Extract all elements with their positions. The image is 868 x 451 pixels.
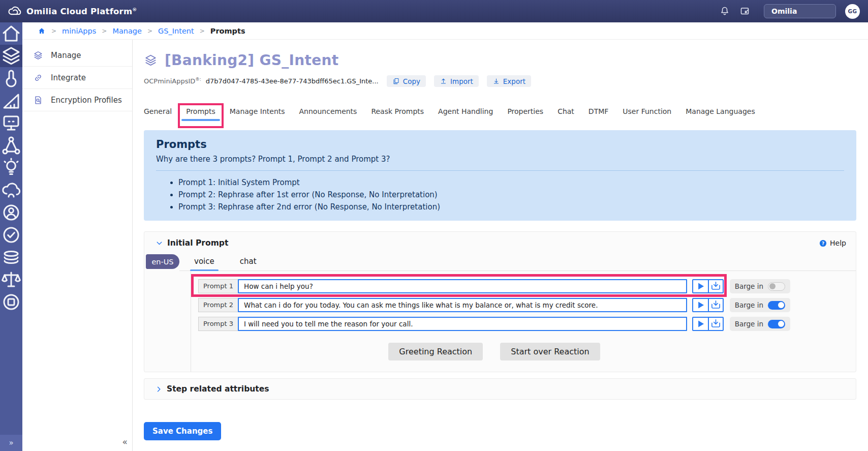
prompt-audio-buttons: [692, 317, 724, 331]
sidebar-item-integrate[interactable]: Integrate: [22, 67, 132, 89]
help-link[interactable]: ? Help: [819, 239, 846, 248]
breadcrumb-current: Prompts: [210, 27, 245, 35]
rail-tray-stack-icon[interactable]: [0, 246, 22, 268]
tab-user-function[interactable]: User Function: [623, 107, 671, 121]
breadcrumb-link-gs_intent[interactable]: GS_Intent: [158, 27, 194, 35]
rail-bulb-icon[interactable]: [0, 157, 22, 179]
omilia-cloud-logo-icon: [7, 4, 22, 19]
tab-announcements[interactable]: Announcements: [299, 107, 357, 121]
play-icon[interactable]: [693, 299, 708, 311]
save-changes-button[interactable]: Save Changes: [144, 422, 221, 440]
prompt-input-2[interactable]: [238, 298, 687, 312]
info-bullet: Prompt 1: Initial System Prompt: [178, 178, 844, 187]
prompt-label: Prompt 3: [198, 317, 238, 331]
barge-in-toggle-1[interactable]: [768, 282, 785, 291]
sidebar-item-label: Integrate: [51, 73, 86, 82]
export-button[interactable]: Export: [487, 75, 531, 87]
play-icon[interactable]: [693, 280, 708, 292]
layers-icon: [33, 50, 43, 61]
prompt-audio-buttons: [692, 279, 724, 293]
tab-manage-intents[interactable]: Manage Intents: [230, 107, 285, 121]
channel-tab-voice[interactable]: voice: [193, 254, 215, 270]
language-gutter: [144, 271, 191, 372]
rail-layers-icon[interactable]: [0, 45, 22, 67]
rail-scales-icon[interactable]: [0, 268, 22, 291]
greeting-reaction-button[interactable]: Greeting Reaction: [388, 343, 483, 360]
initial-prompt-header[interactable]: Initial Prompt ? Help: [144, 232, 856, 253]
tab-agent-handling[interactable]: Agent Handling: [438, 107, 493, 121]
rail-gear-user-icon[interactable]: [0, 201, 22, 224]
miniapp-layers-icon: [144, 53, 158, 67]
icon-rail: »: [0, 22, 22, 451]
sidebar-collapse-button[interactable]: «: [122, 437, 128, 447]
prompts-info-panel: Prompts Why are there 3 prompts? Prompt …: [144, 130, 856, 221]
barge-in-group: Barge in: [730, 279, 790, 293]
tab-chat[interactable]: Chat: [557, 107, 574, 121]
step-attributes-header[interactable]: Step related attributes: [144, 378, 856, 400]
rail-expand-button[interactable]: »: [0, 435, 22, 451]
sidebar-item-manage[interactable]: Manage: [22, 44, 132, 67]
rail-home-icon[interactable]: [0, 22, 22, 45]
info-panel-subtitle: Why are there 3 prompts? Prompt 1, Promp…: [156, 155, 844, 164]
notifications-bell-icon[interactable]: [719, 6, 730, 17]
download-icon[interactable]: [708, 299, 723, 311]
channel-tabs: voicechat: [179, 254, 856, 271]
avatar[interactable]: GG: [845, 4, 860, 19]
rail-gear-check-icon[interactable]: [0, 224, 22, 246]
sidebar-item-encryption-profiles[interactable]: Encryption Profiles: [22, 89, 132, 111]
copy-button[interactable]: Copy: [387, 75, 426, 87]
info-bullet: Prompt 3: Rephrase after 2nd error (No R…: [178, 202, 844, 212]
breadcrumb-separator: >: [51, 27, 56, 35]
reaction-buttons: Greeting ReactionStart over Reaction: [198, 336, 790, 372]
chevron-down-icon: [155, 239, 164, 248]
miniapp-id-label: OCPminiAppsID®:: [144, 77, 201, 85]
rail-cloud-agent-icon[interactable]: [0, 179, 22, 201]
channel-tab-chat[interactable]: chat: [239, 254, 258, 270]
barge-in-group: Barge in: [730, 298, 790, 312]
barge-in-toggle-2[interactable]: [768, 301, 785, 310]
prompt-row-1: Prompt 1Barge in: [198, 279, 790, 293]
prompt-input-3[interactable]: [238, 317, 687, 331]
rail-network-icon[interactable]: [0, 134, 22, 157]
start-over-reaction-button[interactable]: Start over Reaction: [500, 343, 600, 360]
prompt-input-1[interactable]: [238, 279, 687, 293]
prompt-label: Prompt 1: [198, 279, 238, 293]
tab-manage-languages[interactable]: Manage Languages: [686, 107, 755, 121]
breadcrumb-link-manage[interactable]: Manage: [112, 27, 142, 35]
prompt-row-3: Prompt 3Barge in: [198, 317, 790, 331]
info-panel-title: Prompts: [156, 138, 844, 151]
barge-in-label: Barge in: [735, 320, 763, 328]
tab-bar: GeneralPromptsManage IntentsAnnouncement…: [144, 107, 856, 121]
tab-properties[interactable]: Properties: [507, 107, 543, 121]
play-icon[interactable]: [693, 318, 708, 330]
rail-ruler-icon[interactable]: [0, 89, 22, 112]
tab-general[interactable]: General: [144, 107, 172, 121]
initial-prompt-title: Initial Prompt: [167, 238, 228, 248]
breadcrumb-link-miniapps[interactable]: miniApps: [62, 27, 96, 35]
download-icon[interactable]: [708, 280, 723, 292]
rail-target-icon[interactable]: [0, 291, 22, 313]
help-question-icon: ?: [819, 239, 827, 248]
info-bullet: Prompt 2: Rephrase after 1st error (No R…: [178, 190, 844, 199]
breadcrumb-separator: >: [102, 27, 107, 35]
org-selector[interactable]: Omilia: [764, 4, 836, 18]
link-icon: [33, 73, 43, 83]
release-notes-icon[interactable]: [739, 6, 751, 17]
language-tab-en-us[interactable]: en-US: [146, 254, 179, 269]
barge-in-toggle-3[interactable]: [768, 320, 785, 328]
tab-dtmf[interactable]: DTMF: [588, 107, 608, 121]
info-divider: [156, 170, 844, 171]
tab-reask-prompts[interactable]: Reask Prompts: [371, 107, 424, 121]
breadcrumb-separator: >: [200, 27, 205, 35]
barge-in-label: Barge in: [735, 282, 763, 290]
breadcrumb: >miniApps>Manage>GS_Intent>Prompts: [22, 22, 868, 40]
step-attributes-title: Step related attributes: [167, 384, 269, 394]
download-icon[interactable]: [708, 318, 723, 330]
home-icon[interactable]: [38, 27, 46, 35]
import-button[interactable]: Import: [434, 75, 479, 87]
rail-touch-icon[interactable]: [0, 67, 22, 89]
rail-kiosk-icon[interactable]: [0, 112, 22, 134]
tab-prompts[interactable]: Prompts: [186, 107, 215, 121]
barge-in-label: Barge in: [735, 301, 763, 309]
prompt-row-2: Prompt 2Barge in: [198, 298, 790, 312]
